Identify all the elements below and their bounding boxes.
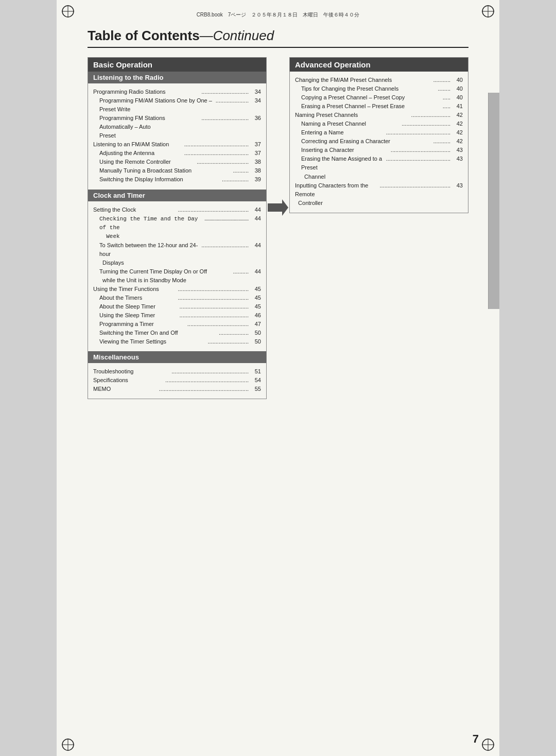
toc-entry: Manually Tuning a Broadcast Station ....…: [93, 166, 261, 175]
toc-entry: Viewing the Timer Settings .............…: [93, 337, 261, 346]
toc-entry: Switching the Timer On and Off .........…: [93, 329, 261, 337]
toc-entry: Programming FM Stations Automatically – …: [93, 114, 261, 140]
toc-entry: To Switch between the 12-hour and 24-hou…: [93, 241, 261, 267]
page: CRB8.book 7ページ ２０５年８月１８日 木曜日 午後６時４０分 Tab…: [57, 0, 499, 756]
toc-entry: Erasing the Name Assigned to a Preset Ch…: [295, 154, 463, 181]
listening-entries: Programming Radio Stations .............…: [88, 83, 266, 190]
toc-entry: Listening to an FM/AM Station ..........…: [93, 140, 261, 149]
toc-entry: Inserting a Character ..................…: [295, 146, 463, 154]
page-number: 7: [473, 732, 479, 746]
toc-entry: Naming a Preset Channel ................…: [295, 119, 463, 128]
svg-marker-12: [268, 199, 288, 216]
advanced-operation-header: Advanced Operation: [290, 58, 468, 72]
reg-mark-br: [481, 737, 495, 752]
reg-mark-tl: [61, 4, 75, 19]
right-column: Advanced Operation Changing the FM/AM Pr…: [289, 57, 468, 213]
misc-header: Miscellaneous: [88, 351, 266, 363]
header-bar: CRB8.book 7ページ ２０５年８月１８日 木曜日 午後６時４０分: [72, 9, 484, 23]
clock-timer-header: Clock and Timer: [88, 190, 266, 201]
arrow-connector: [267, 199, 289, 216]
toc-entry: Programming Radio Stations .............…: [93, 88, 261, 96]
toc-entry: Checking the Time and the Day of the Wee…: [93, 214, 261, 241]
toc-entry: Programming FM/AM Stations One by One – …: [93, 96, 261, 114]
toc-entry: About the Timers .......................…: [93, 294, 261, 302]
toc-entry: Tips for Changing the Preset Channels ..…: [295, 84, 463, 93]
toc-entry: Specifications .........................…: [93, 376, 261, 385]
toc-entry: Changing the FM/AM Preset Channels .....…: [295, 76, 463, 84]
toc-entry: About the Sleep Timer ..................…: [93, 302, 261, 311]
clock-entries: Setting the Clock ......................…: [88, 201, 266, 352]
toc-entry: Switching the Display Information ......…: [93, 175, 261, 184]
left-column: Basic Operation Listening to the Radio P…: [88, 57, 267, 399]
reg-mark-bl: [61, 737, 75, 752]
toc-entry: Entering a Name ........................…: [295, 128, 463, 137]
right-sidebar: [488, 93, 499, 309]
misc-entries: Troubleshooting ........................…: [88, 363, 266, 399]
toc-entry: Using the Remote Controller ............…: [93, 158, 261, 166]
toc-entry: Copying a Preset Channel – Preset Copy .…: [295, 93, 463, 102]
toc-entry: Programming a Timer ....................…: [93, 320, 261, 329]
toc-entry: Erasing a Preset Channel – Preset Erase …: [295, 102, 463, 111]
reg-mark-tr: [481, 4, 495, 19]
listening-section-header: Listening to the Radio: [88, 72, 266, 83]
toc-entry: Naming Preset Channels .................…: [295, 111, 463, 119]
title-divider: [88, 47, 468, 48]
advanced-entries: Changing the FM/AM Preset Channels .....…: [290, 72, 468, 213]
toc-entry: MEMO ...................................…: [93, 385, 261, 393]
basic-operation-header: Basic Operation: [88, 58, 266, 72]
toc-entry: Adjusting the Antenna ..................…: [93, 149, 261, 158]
page-title: Table of Contents—Continued: [88, 28, 468, 44]
toc-entry: Using the Timer Functions ..............…: [93, 285, 261, 294]
toc-entry: Troubleshooting ........................…: [93, 367, 261, 376]
toc-entry: Setting the Clock ......................…: [93, 205, 261, 214]
title-prefix: Table of Contents: [88, 28, 200, 43]
header-text: CRB8.book 7ページ ２０５年８月１８日 木曜日 午後６時４０分: [197, 12, 360, 18]
toc-entry: Correcting and Erasing a Character .....…: [295, 137, 463, 146]
toc-entry: Using the Sleep Timer ..................…: [93, 311, 261, 320]
toc-entry: Inputting Characters from the Remote Con…: [295, 181, 463, 208]
toc-entry: Turning the Current Time Display On or O…: [93, 267, 261, 285]
title-suffix: —Continued: [200, 28, 274, 43]
